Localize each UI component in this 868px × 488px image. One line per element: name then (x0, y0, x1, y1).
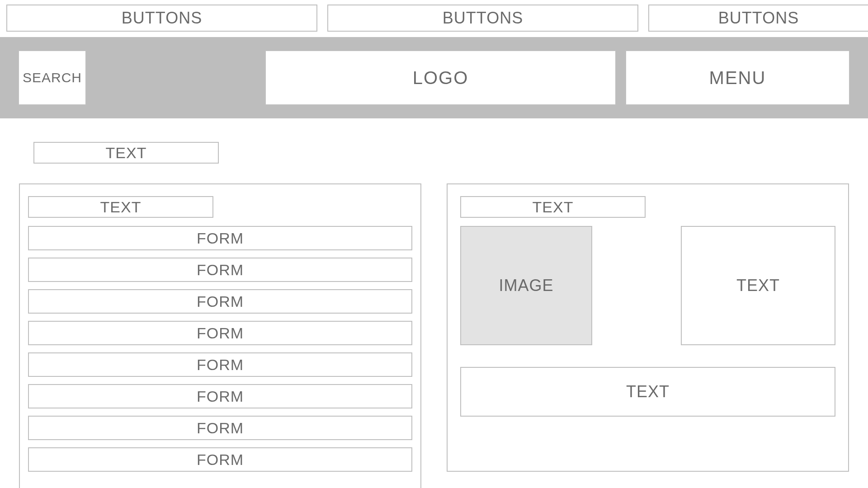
media-row: IMAGE TEXT (460, 226, 835, 345)
form-row[interactable]: FORM (28, 289, 412, 314)
form-row[interactable]: FORM (28, 384, 412, 408)
top-button-3[interactable]: BUTTONS (648, 5, 868, 32)
form-row[interactable]: FORM (28, 321, 412, 345)
image-placeholder: IMAGE (460, 226, 592, 345)
form-row[interactable]: FORM (28, 352, 412, 377)
left-panel: TEXT FORM FORM FORM FORM FORM FORM FORM … (19, 183, 421, 488)
search-box[interactable]: SEARCH (18, 50, 86, 105)
logo: LOGO (265, 50, 616, 105)
form-row[interactable]: FORM (28, 416, 412, 440)
left-panel-title: TEXT (28, 196, 213, 218)
page-title: TEXT (33, 142, 219, 164)
right-panel: TEXT IMAGE TEXT TEXT (447, 183, 849, 472)
menu-button[interactable]: MENU (625, 50, 850, 105)
top-buttons-row: BUTTONS BUTTONS BUTTONS (0, 0, 868, 32)
form-row[interactable]: FORM (28, 258, 412, 282)
right-panel-title: TEXT (460, 196, 646, 218)
form-row[interactable]: FORM (28, 226, 412, 250)
text-box-wide: TEXT (460, 367, 835, 417)
header-bar: SEARCH LOGO MENU (0, 37, 868, 118)
top-button-1[interactable]: BUTTONS (6, 5, 317, 32)
content-row: TEXT FORM FORM FORM FORM FORM FORM FORM … (0, 164, 868, 488)
text-box-small: TEXT (681, 226, 835, 345)
form-row[interactable]: FORM (28, 447, 412, 472)
top-button-2[interactable]: BUTTONS (327, 5, 638, 32)
